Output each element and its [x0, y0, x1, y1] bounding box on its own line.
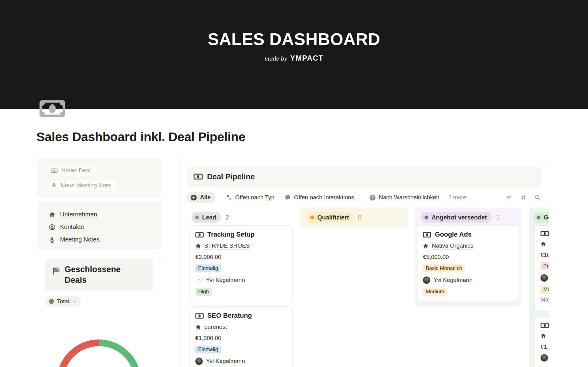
probability-tag: Me — [541, 286, 549, 294]
hero-title: SALES DASHBOARD — [0, 29, 588, 49]
sidebar-links-card: Unternehmen Kontakte Meetin — [37, 202, 161, 249]
column-qualifiziert-header: Qualifiziert 0 — [307, 212, 408, 223]
deal-card-gewonnen-1[interactable]: V €10, Pre Me May — [535, 225, 549, 311]
new-meeting-note-button[interactable]: Neue Meeting Note — [47, 180, 117, 191]
column-angebot-versendet-header: Angebot versendet 1 — [421, 212, 522, 223]
total-filter-dropdown[interactable]: Total — [45, 296, 81, 307]
avatar — [541, 274, 548, 282]
owner-name: Yvi Kegelmann — [434, 277, 473, 283]
house-icon — [541, 241, 546, 247]
avatar — [195, 358, 203, 365]
company-link[interactable]: STRYDE SHOES — [204, 242, 250, 250]
type-tag: Einmalig — [195, 264, 221, 272]
house-icon — [423, 243, 428, 249]
tab-offen-nach-interaktions-label: Offen nach Interaktions... — [294, 194, 359, 201]
house-icon — [195, 324, 201, 330]
page-title: Sales Dashboard inkl. Deal Pipeline — [36, 130, 245, 144]
search-icon[interactable] — [534, 194, 541, 201]
microphone-icon — [49, 237, 55, 243]
gewonnen-status-pill[interactable]: Gewonnen — [533, 212, 549, 223]
tab-offen-nach-typ-label: Offen nach Typ — [235, 194, 274, 201]
chevron-down-icon — [72, 299, 77, 304]
deal-title: Google Ads — [435, 231, 472, 238]
banknote-icon — [541, 231, 549, 236]
banknote-icon — [51, 168, 58, 173]
board-toolbar — [506, 194, 542, 201]
lead-count: 2 — [226, 214, 229, 221]
owner-name: Yvi Kegelmann — [206, 277, 245, 283]
angebot-versendet-status-pill[interactable]: Angebot versendet — [421, 212, 492, 223]
sort-icon[interactable] — [520, 194, 527, 201]
meeting-notes-link[interactable]: Meeting Notes — [60, 236, 100, 244]
deal-card-gewonnen-2[interactable]: I €1,5 — [535, 317, 549, 367]
type-tag: Pre — [541, 262, 549, 270]
total-label: Total — [57, 298, 69, 305]
person-circle-icon — [49, 224, 55, 230]
tab-alle-label: Alle — [200, 194, 211, 201]
hero-banner: SALES DASHBOARD made by YMPACT — [0, 0, 588, 109]
made-by-label: made by — [265, 54, 287, 62]
more-views-button[interactable]: 2 more... — [448, 194, 471, 201]
sidebar-item-meeting-notes[interactable]: Meeting Notes — [49, 234, 161, 246]
probability-tag: Medium — [423, 288, 447, 296]
deal-amount: €2,000.00 — [195, 254, 221, 260]
banknote-icon — [195, 232, 204, 238]
deal-pipeline-card: Deal Pipeline Alle — [179, 158, 549, 367]
deal-amount: €1,000.00 — [195, 335, 221, 342]
company-link[interactable]: Nativa Organics — [432, 242, 473, 250]
probability-tag: High — [195, 288, 212, 296]
house-icon — [195, 243, 201, 249]
sidebar-item-kontakte[interactable]: Kontakte — [49, 221, 161, 234]
status-dot — [537, 215, 541, 219]
total-dot — [49, 299, 54, 304]
unternehmen-link[interactable]: Unternehmen — [60, 211, 97, 219]
deal-amount: €1,5 — [541, 343, 549, 350]
sidebar-item-unternehmen[interactable]: Unternehmen — [49, 208, 161, 221]
deal-date: May — [541, 297, 549, 303]
gewonnen-label: Gewonnen — [544, 214, 549, 221]
sidebar-actions-card: Neuer Deal Neue Meeting Note — [37, 158, 161, 197]
hero-subtitle: made by YMPACT — [0, 54, 588, 62]
deal-title: SEO Beratung — [207, 312, 252, 320]
deal-card-google-ads[interactable]: Google Ads Nativa Organics €5,000.00 Bas… — [417, 225, 519, 301]
checkered-flag-icon — [52, 267, 60, 275]
lead-label: Lead — [202, 214, 217, 221]
new-meeting-note-label: Neue Meeting Note — [61, 182, 111, 189]
house-icon — [541, 333, 546, 339]
filter-icon[interactable] — [506, 194, 513, 201]
new-deal-button[interactable]: Neuer Deal — [47, 165, 97, 176]
house-icon — [49, 212, 55, 218]
tab-offen-nach-interaktions[interactable]: Offen nach Interaktions... — [285, 194, 359, 201]
column-qualifiziert: Qualifiziert 0 — [300, 208, 408, 228]
deal-pipeline-title: Deal Pipeline — [207, 172, 255, 181]
deal-card-tracking-setup[interactable]: Tracking Setup STRYDE SHOES €2,000.00 Ei… — [190, 225, 293, 301]
qualifiziert-status-pill[interactable]: Qualifiziert — [307, 212, 353, 223]
tab-offen-nach-typ[interactable]: Offen nach Typ — [226, 194, 274, 201]
closed-deals-card: Geschlossene Deals Total — [37, 252, 161, 367]
circle-down-icon — [190, 194, 197, 201]
banknote-icon — [423, 232, 431, 238]
tab-alle[interactable]: Alle — [187, 192, 216, 203]
column-lead: Lead 2 Tracking Setup — [190, 208, 293, 223]
svg-text:?: ? — [371, 195, 374, 200]
banknote-icon[interactable] — [40, 100, 65, 118]
microphone-icon — [51, 182, 57, 189]
company-link[interactable]: purenest — [204, 324, 227, 331]
banknote-icon — [541, 323, 549, 328]
tab-nach-warscheinlichkeit[interactable]: ? Nach Warscheinlichkeit — [369, 194, 439, 201]
chart-icon — [226, 194, 232, 200]
kontakte-link[interactable]: Kontakte — [60, 223, 84, 231]
banknote-icon — [195, 313, 204, 319]
speech-bubble-icon — [285, 194, 291, 200]
angebot-versendet-count: 1 — [496, 214, 499, 221]
column-angebot-versendet: Angebot versendet 1 Google Ads — [415, 208, 522, 306]
closed-deals-title: Geschlossene Deals — [65, 264, 132, 286]
avatar — [541, 354, 548, 361]
deal-card-seo-beratung[interactable]: SEO Beratung purenest €1,000.00 Einmalig… — [190, 306, 293, 367]
avatar — [423, 276, 430, 284]
status-dot — [195, 215, 199, 219]
closed-deals-header: Geschlossene Deals — [45, 259, 153, 291]
status-dot — [424, 215, 428, 219]
lead-status-pill[interactable]: Lead — [191, 212, 221, 223]
deal-amount: €5,000.00 — [423, 254, 449, 260]
